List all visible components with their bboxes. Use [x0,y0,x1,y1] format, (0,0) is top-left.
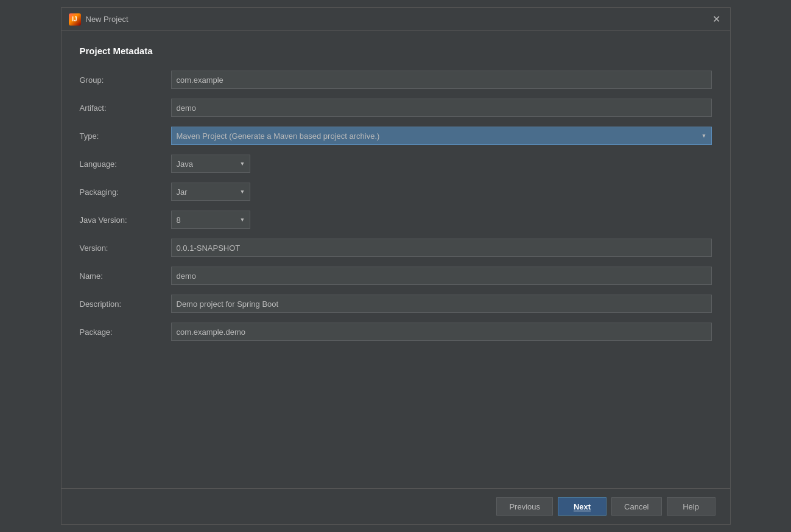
java-version-select[interactable]: 8 11 17 21 [171,211,250,229]
description-input[interactable] [171,295,712,313]
version-label: Version: [80,243,171,253]
new-project-dialog: IJ New Project ✕ Project Metadata Group:… [61,7,731,525]
name-label: Name: [80,271,171,281]
group-input[interactable] [171,71,712,89]
cancel-button[interactable]: Cancel [611,497,661,516]
type-select[interactable]: Maven Project (Generate a Maven based pr… [171,127,712,145]
java-version-label: Java Version: [80,215,171,225]
artifact-input[interactable] [171,99,712,117]
previous-button[interactable]: Previous [496,497,553,516]
artifact-row: Artifact: [80,99,712,117]
language-row: Language: Java Kotlin Groovy [80,155,712,173]
version-input[interactable] [171,239,712,257]
description-row: Description: [80,295,712,313]
java-version-row: Java Version: 8 11 17 21 [80,211,712,229]
cancel-label: Cancel [624,502,649,511]
type-label: Type: [80,131,171,141]
help-label: Help [683,502,699,511]
group-label: Group: [80,75,171,85]
title-bar-left: IJ New Project [69,13,128,26]
dialog-content: Project Metadata Group: Artifact: Type: … [62,31,730,488]
name-row: Name: [80,267,712,285]
title-bar: IJ New Project ✕ [62,8,730,31]
language-select-wrapper: Java Kotlin Groovy [171,155,250,173]
artifact-label: Artifact: [80,103,171,113]
dialog-title: New Project [86,15,128,24]
name-input[interactable] [171,267,712,285]
type-row: Type: Maven Project (Generate a Maven ba… [80,127,712,145]
next-label: Next [574,502,591,511]
group-row: Group: [80,71,712,89]
dialog-footer: Previous Next Cancel Help [62,488,730,524]
language-select[interactable]: Java Kotlin Groovy [171,155,250,173]
language-label: Language: [80,159,171,169]
package-input[interactable] [171,323,712,341]
section-title: Project Metadata [80,46,712,56]
type-select-wrapper: Maven Project (Generate a Maven based pr… [171,127,712,145]
previous-label: Previous [509,502,540,511]
next-button[interactable]: Next [558,497,606,516]
package-row: Package: [80,323,712,341]
package-label: Package: [80,327,171,337]
packaging-select[interactable]: Jar War [171,183,250,201]
packaging-select-wrapper: Jar War [171,183,250,201]
description-label: Description: [80,299,171,309]
packaging-label: Packaging: [80,187,171,197]
intellij-logo: IJ [69,13,81,26]
packaging-row: Packaging: Jar War [80,183,712,201]
version-row: Version: [80,239,712,257]
help-button[interactable]: Help [667,497,715,516]
java-version-select-wrapper: 8 11 17 21 [171,211,250,229]
close-button[interactable]: ✕ [711,13,723,26]
